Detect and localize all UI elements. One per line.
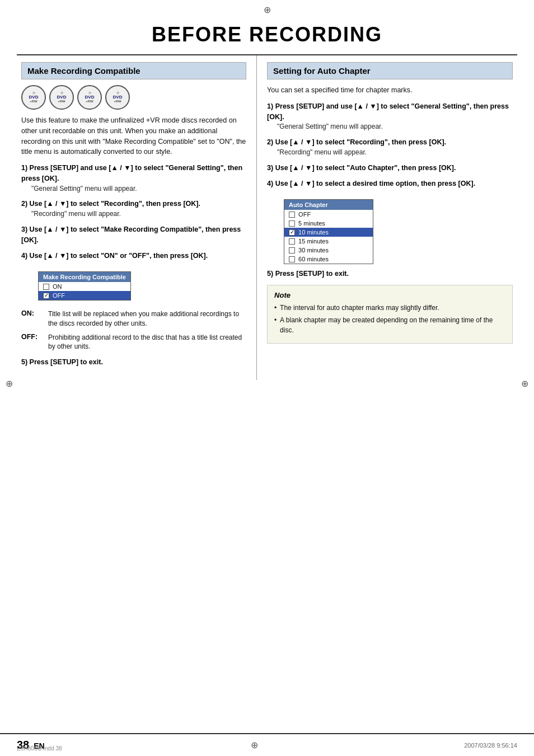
on-checkbox: [43, 284, 49, 290]
dvd-badge-3: ⊙ DVD +RW: [77, 85, 102, 110]
left-column: Make Recording Compatible ⊙ DVD +RW ⊙ DV…: [17, 55, 257, 380]
auto-chapter-30min-item: 30 minutes: [284, 246, 373, 255]
left-step-1-sub: "General Setting" menu will appear.: [21, 184, 246, 194]
right-step-1: 1) Press [SETUP] and use [▲ / ▼] to sele…: [267, 101, 513, 132]
off-description-text: Prohibiting additional record to the dis…: [48, 333, 246, 352]
right-column: Setting for Auto Chapter You can set a s…: [257, 55, 517, 380]
page-wrapper: ⊕ BEFORE RECORDING ⊕ ⊕ Make Recording Co…: [0, 0, 534, 756]
on-label: ON: [53, 283, 62, 290]
chapter-30min-checkbox: [289, 247, 295, 253]
dvd-text-4: DVD: [113, 95, 123, 100]
chapter-15min-checkbox: [289, 238, 295, 245]
auto-chapter-60min-item: 60 minutes: [284, 255, 373, 264]
left-step-4: 4) Use [▲ / ▼] to select "ON" or "OFF", …: [21, 251, 246, 261]
auto-chapter-10min-item: 10 minutes: [284, 228, 373, 237]
right-step-1-sub: "General Setting" menu will appear.: [267, 122, 513, 132]
make-recording-compatible-menu: Make Recording Compatible ON OFF: [38, 271, 131, 300]
right-step-2-sub: "Recording" menu will appear.: [267, 148, 513, 157]
right-step-5-title: 5) Press [SETUP] to exit.: [267, 269, 513, 279]
chapter-10min-checkbox: [289, 229, 295, 236]
two-column-layout: Make Recording Compatible ⊙ DVD +RW ⊙ DV…: [17, 54, 517, 380]
left-step-2: 2) Use [▲ / ▼] to select "Recording", th…: [21, 199, 246, 219]
off-description-row: OFF: Prohibiting additional record to th…: [21, 333, 246, 352]
chapter-off-label: OFF: [298, 211, 311, 218]
right-intro-text: You can set a specified time for chapter…: [267, 85, 513, 96]
chapter-5min-checkbox: [289, 220, 295, 227]
make-recording-on-item: ON: [39, 282, 130, 291]
on-off-descriptions: ON: Title list will be replaced when you…: [21, 309, 246, 351]
right-step-2-title: 2) Use [▲ / ▼] to select "Recording", th…: [267, 137, 513, 148]
dvd-text-3: DVD: [85, 95, 95, 100]
auto-chapter-5min-item: 5 minutes: [284, 219, 373, 228]
right-step-4: 4) Use [▲ / ▼] to select a desired time …: [267, 179, 513, 189]
left-intro-text: Use this feature to make the unfinalized…: [21, 115, 246, 157]
dvd-sub-4: +RW: [114, 100, 121, 104]
left-section-header: Make Recording Compatible: [21, 62, 246, 79]
dvd-sub-1: +RW: [30, 100, 37, 104]
left-step-3: 3) Use [▲ / ▼] to select "Make Recording…: [21, 224, 246, 246]
note-box: Note The interval for auto chapter marks…: [267, 285, 513, 344]
right-step-3-title: 3) Use [▲ / ▼] to select "Auto Chapter",…: [267, 163, 513, 173]
auto-chapter-off-item: OFF: [284, 210, 373, 219]
dvd-sub-2: +RW: [58, 100, 65, 104]
on-label-bold: ON:: [21, 309, 41, 317]
off-label-bold: OFF:: [21, 333, 41, 341]
right-step-1-title: 1) Press [SETUP] and use [▲ / ▼] to sele…: [267, 101, 513, 123]
page-title-bar: BEFORE RECORDING: [0, 17, 534, 54]
note-item-2: A blank chapter may be created depending…: [274, 315, 505, 335]
make-recording-menu-header: Make Recording Compatible: [39, 272, 130, 282]
top-crosshair-icon: ⊕: [0, 0, 534, 17]
chapter-30min-label: 30 minutes: [298, 247, 329, 253]
left-step-1: 1) Press [SETUP] and use [▲ / ▼] to sele…: [21, 163, 246, 193]
note-title: Note: [274, 291, 505, 299]
chapter-60min-checkbox: [289, 256, 295, 262]
bottom-bar: 38 EN ⊕ 2007/03/28 9:56:14: [0, 733, 534, 756]
bottom-crosshair-icon: ⊕: [251, 738, 258, 753]
on-description-text: Title list will be replaced when you mak…: [48, 309, 246, 328]
dvd-text-2: DVD: [57, 95, 67, 100]
chapter-15min-label: 15 minutes: [298, 238, 329, 245]
make-recording-off-item: OFF: [39, 291, 130, 300]
left-step-2-title: 2) Use [▲ / ▼] to select "Recording", th…: [21, 199, 246, 209]
chapter-5min-label: 5 minutes: [298, 220, 325, 227]
left-step-1-title: 1) Press [SETUP] and use [▲ / ▼] to sele…: [21, 163, 246, 184]
right-step-2: 2) Use [▲ / ▼] to select "Recording", th…: [267, 137, 513, 157]
chapter-10min-label: 10 minutes: [298, 229, 329, 236]
auto-chapter-menu-header: Auto Chapter: [284, 200, 373, 210]
left-step-4-title: 4) Use [▲ / ▼] to select "ON" or "OFF", …: [21, 251, 246, 261]
chapter-off-checkbox: [289, 212, 295, 218]
right-crosshair-icon: ⊕: [521, 378, 528, 389]
dvd-text-1: DVD: [29, 95, 39, 100]
auto-chapter-menu: Auto Chapter OFF 5 minutes 10 minutes 15…: [284, 199, 373, 264]
chapter-60min-label: 60 minutes: [298, 256, 329, 262]
off-checkbox: [43, 293, 49, 299]
left-crosshair-icon: ⊕: [6, 378, 13, 389]
on-description-row: ON: Title list will be replaced when you…: [21, 309, 246, 328]
auto-chapter-15min-item: 15 minutes: [284, 237, 373, 246]
footer-doc-id: E9H80UD.indd 38: [17, 745, 62, 752]
left-step-5-title: 5) Press [SETUP] to exit.: [21, 357, 246, 368]
note-item-1: The interval for auto chapter marks may …: [274, 303, 505, 313]
dvd-sub-3: +RW: [86, 100, 93, 104]
dvd-badge-2: ⊙ DVD +RW: [49, 85, 74, 110]
footer-date: 2007/03/28 9:56:14: [464, 742, 517, 749]
dvd-badge-1: ⊙ DVD +RW: [21, 85, 46, 110]
page-title: BEFORE RECORDING: [11, 23, 523, 46]
right-section-header: Setting for Auto Chapter: [267, 62, 513, 79]
dvd-badge-4: ⊙ DVD +RW: [105, 85, 130, 110]
right-step-4-title: 4) Use [▲ / ▼] to select a desired time …: [267, 179, 513, 189]
left-step-3-title: 3) Use [▲ / ▼] to select "Make Recording…: [21, 224, 246, 246]
left-step-2-sub: "Recording" menu will appear.: [21, 209, 246, 219]
off-label: OFF: [53, 292, 65, 299]
right-step-3: 3) Use [▲ / ▼] to select "Auto Chapter",…: [267, 163, 513, 173]
dvd-badges: ⊙ DVD +RW ⊙ DVD +RW ⊙ DVD +RW ⊙ DVD: [21, 85, 246, 110]
left-step-5: 5) Press [SETUP] to exit.: [21, 357, 246, 368]
right-step-5: 5) Press [SETUP] to exit.: [267, 269, 513, 279]
